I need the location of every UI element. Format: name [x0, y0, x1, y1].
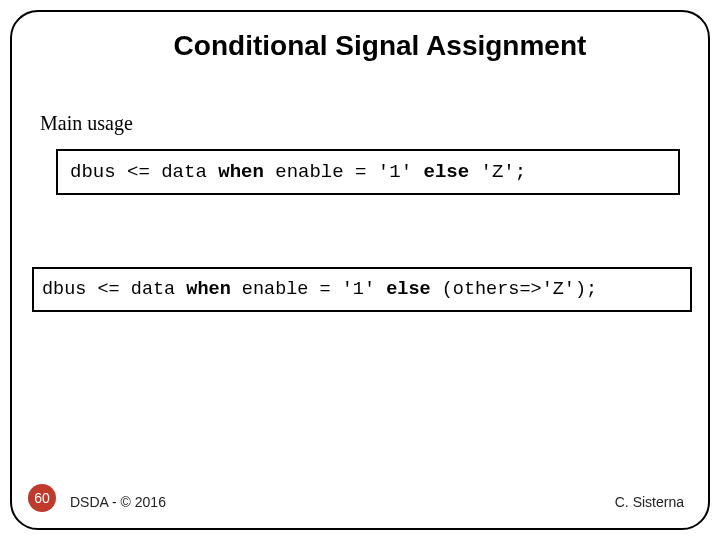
keyword-else: else: [386, 279, 430, 300]
keyword-when: when: [218, 161, 264, 183]
code-example-2: dbus <= data when enable = '1' else (oth…: [32, 267, 692, 312]
code-example-1: dbus <= data when enable = '1' else 'Z';: [56, 149, 680, 195]
keyword-else: else: [423, 161, 469, 183]
code-text: enable = '1': [231, 279, 386, 300]
footer-copyright: DSDA - © 2016: [70, 494, 166, 510]
code-text: dbus <= data: [70, 161, 218, 183]
keyword-when: when: [186, 279, 230, 300]
code-text: dbus <= data: [42, 279, 186, 300]
code-text: (others=>'Z');: [431, 279, 598, 300]
slide-frame: Conditional Signal Assignment Main usage…: [10, 10, 710, 530]
footer-author: C. Sisterna: [615, 494, 684, 510]
main-usage-heading: Main usage: [12, 62, 708, 135]
slide-number-badge: 60: [28, 484, 56, 512]
slide-title: Conditional Signal Assignment: [12, 12, 708, 62]
code-text: enable = '1': [264, 161, 424, 183]
code-text: 'Z';: [469, 161, 526, 183]
